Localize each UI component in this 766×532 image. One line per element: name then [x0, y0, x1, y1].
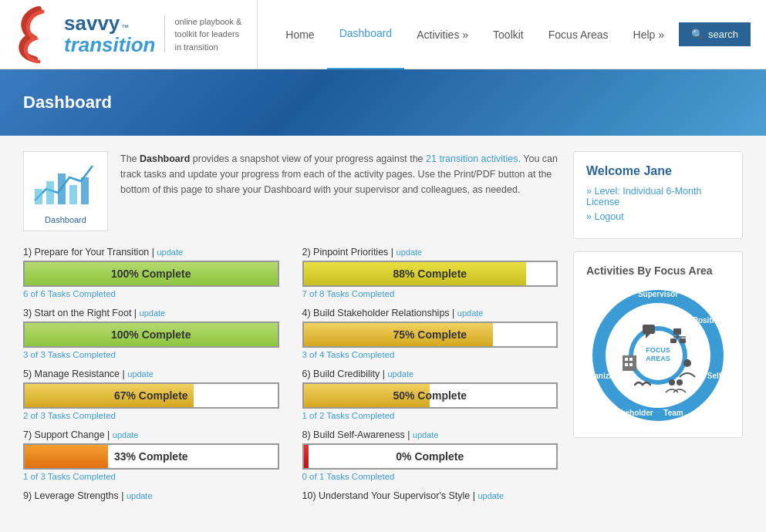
svg-rect-21 [680, 338, 686, 343]
activity-8-bar: 0% Complete [302, 443, 558, 470]
activity-7: 7) Support Change | update 33% Complete … [23, 429, 279, 481]
nav-activities[interactable]: Activities » [404, 0, 481, 69]
svg-rect-2 [58, 173, 66, 204]
welcome-title: Welcome Jane [586, 164, 730, 178]
logo-icon [15, 5, 58, 63]
main-content: Dashboard The Dashboard provides a snaps… [0, 136, 766, 529]
activity-4-update[interactable]: update [457, 308, 484, 318]
activity-7-label: 7) Support Change | update [23, 429, 279, 440]
nav-toolkit[interactable]: Toolkit [481, 0, 536, 69]
page-title: Dashboard [23, 93, 112, 112]
activity-1-update[interactable]: update [157, 247, 183, 257]
activity-7-tasks: 1 of 3 Tasks Completed [23, 472, 279, 481]
activity-2-update[interactable]: update [396, 247, 423, 257]
sidebar: Welcome Jane Level: Individual 6-Month L… [573, 151, 743, 513]
focus-area-diagram: FOCUS AREAS Supervisor Position Self Tea… [589, 286, 727, 425]
svg-rect-3 [69, 185, 77, 204]
activity-6-update[interactable]: update [387, 369, 413, 379]
activity-3-update[interactable]: update [140, 308, 166, 318]
activity-3-label: 3) Start on the Right Foot | update [23, 308, 279, 318]
activity-7-update[interactable]: update [113, 430, 139, 439]
svg-text:Supervisor: Supervisor [638, 290, 678, 298]
svg-text:Team: Team [663, 409, 683, 417]
activity-1-percent: 100% Complete [25, 268, 278, 280]
nav-home[interactable]: Home [273, 0, 326, 69]
activity-10-label: 10) Understand Your Supervisor's Style |… [302, 490, 558, 501]
focus-area-title: Activities By Focus Area [586, 264, 730, 277]
svg-point-29 [683, 359, 691, 367]
svg-text:Position: Position [693, 316, 723, 325]
page-banner: Dashboard [0, 69, 766, 136]
search-icon: 🔍 [691, 29, 704, 40]
activity-1: 1) Prepare for Your Transition | update … [23, 247, 279, 298]
search-button[interactable]: 🔍 search [679, 22, 751, 46]
activity-8-label: 8) Build Self-Awareness | update [302, 429, 558, 440]
header: savvy ™ transition online playbook & too… [0, 0, 766, 69]
activity-6-tasks: 1 of 2 Tasks Completed [302, 411, 558, 420]
activity-9-label: 9) Leverage Strengths | update [23, 490, 279, 501]
logo-tagline: online playbook & toolkit for leaders in… [164, 15, 241, 54]
search-label: search [708, 29, 738, 40]
activity-5-bar: 67% Complete [23, 382, 279, 409]
activity-10: 10) Understand Your Supervisor's Style |… [302, 490, 558, 504]
activity-7-bar: 33% Complete [23, 443, 279, 470]
focus-area-box: Activities By Focus Area FOCUS AREAS Sup… [573, 251, 743, 438]
welcome-box: Welcome Jane Level: Individual 6-Month L… [573, 151, 743, 239]
activity-1-tasks: 6 of 6 Tasks Completed [23, 289, 279, 298]
activity-2-bar: 88% Complete [302, 261, 558, 287]
svg-rect-25 [625, 358, 628, 361]
svg-rect-19 [673, 328, 681, 335]
activity-4-tasks: 3 of 4 Tasks Completed [302, 350, 558, 359]
svg-rect-1 [46, 181, 54, 204]
activity-4-percent: 75% Complete [304, 328, 557, 341]
activity-1-bar: 100% Complete [23, 261, 279, 287]
activity-4: 4) Build Stakeholder Relationships | upd… [302, 308, 558, 359]
svg-rect-26 [629, 358, 633, 361]
svg-point-31 [677, 379, 683, 386]
nav-help[interactable]: Help » [621, 0, 677, 69]
activity-8-tasks: 0 of 1 Tasks Completed [302, 472, 558, 481]
activity-10-update[interactable]: update [477, 491, 504, 500]
activity-3-percent: 100% Complete [25, 328, 278, 341]
svg-rect-0 [35, 189, 42, 204]
activity-8-percent: 0% Complete [304, 450, 557, 463]
svg-rect-20 [670, 338, 677, 343]
activity-3-tasks: 3 of 3 Tasks Completed [23, 350, 279, 359]
thumbnail-label: Dashboard [30, 215, 101, 224]
svg-rect-27 [625, 363, 628, 366]
nav-focus-areas[interactable]: Focus Areas [536, 0, 621, 69]
svg-text:AREAS: AREAS [646, 355, 670, 362]
activity-1-label: 1) Prepare for Your Transition | update [23, 247, 279, 258]
svg-text:Organization: Organization [589, 372, 628, 380]
activity-6-percent: 50% Complete [304, 389, 557, 402]
activity-8-update[interactable]: update [413, 430, 439, 439]
activity-7-percent: 33% Complete [25, 450, 278, 463]
dashboard-thumbnail: Dashboard [23, 151, 108, 231]
logo-transition: transition [64, 33, 155, 57]
logo: savvy ™ transition online playbook & too… [15, 5, 241, 63]
activity-5-percent: 67% Complete [25, 389, 278, 402]
svg-rect-17 [643, 325, 655, 334]
logout-link[interactable]: Logout [586, 211, 730, 222]
activity-3-bar: 100% Complete [23, 322, 279, 348]
level-link[interactable]: Level: Individual 6-Month License [586, 186, 730, 207]
intro-description: The Dashboard provides a snapshot view o… [120, 151, 558, 197]
activity-5: 5) Manage Resistance | update 67% Comple… [23, 369, 279, 420]
activity-9: 9) Leverage Strengths | update [23, 490, 279, 504]
logo-tm: ™ [121, 23, 129, 32]
activity-5-update[interactable]: update [127, 369, 154, 379]
svg-rect-4 [81, 177, 89, 204]
svg-text:Self: Self [707, 372, 722, 380]
svg-rect-28 [629, 363, 633, 366]
activity-8: 8) Build Self-Awareness | update 0% Comp… [302, 429, 558, 481]
activity-4-label: 4) Build Stakeholder Relationships | upd… [302, 308, 558, 318]
activity-3: 3) Start on the Right Foot | update 100%… [23, 308, 279, 359]
nav-dashboard[interactable]: Dashboard [327, 0, 405, 70]
activity-6-bar: 50% Complete [302, 382, 558, 409]
activity-6-label: 6) Build Credibility | update [302, 369, 558, 379]
activity-4-bar: 75% Complete [302, 322, 558, 348]
activities-grid: 1) Prepare for Your Transition | update … [23, 247, 558, 513]
svg-point-30 [669, 379, 675, 386]
main-nav: Home Dashboard Activities » Toolkit Focu… [257, 0, 679, 69]
activity-9-update[interactable]: update [127, 491, 153, 500]
